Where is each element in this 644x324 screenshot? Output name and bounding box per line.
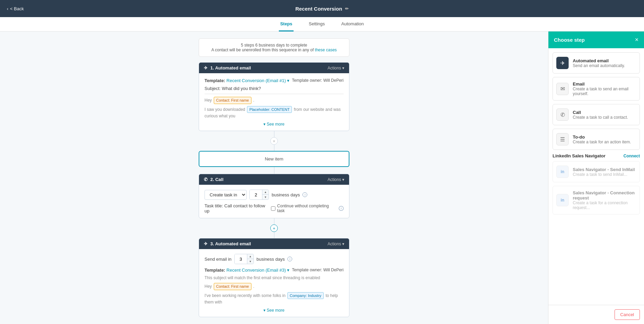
panel-header: Choose step × (548, 31, 644, 48)
days-increment[interactable]: ▲ (262, 190, 269, 195)
linkedin-connect-link[interactable]: Connect (623, 154, 640, 158)
step2-phone-icon: ✆ (204, 177, 208, 182)
step3-actions-button[interactable]: Actions ▾ (327, 242, 344, 246)
call-title: Call (573, 110, 628, 115)
connector-3: + (270, 218, 278, 238)
step3-firstname-token: Contact: First name (214, 283, 251, 290)
step3-see-more[interactable]: ▾See more (205, 308, 344, 313)
step2-timing-row: Create task in 2 ▲ ▼ business days i (205, 190, 344, 200)
todo-subtitle: Create a task for an action item. (573, 140, 631, 144)
email-title: Email (573, 81, 636, 87)
step3-industry-token: Company: Industry (287, 292, 324, 299)
step1-plane-icon: ✈ (204, 65, 208, 70)
option-call[interactable]: ✆ Call Create a task to call a contact. (553, 104, 640, 125)
step2-task-row: Task title: Call contact to follow up Co… (205, 203, 344, 213)
step3-days-stepper[interactable]: 3 ▲ ▼ (234, 254, 254, 264)
new-item-box[interactable]: New item (199, 151, 349, 167)
linkedin-connect-subtitle: Create a task for a connection request..… (573, 200, 636, 210)
linkedin-inmail-icon: in (556, 166, 569, 178)
email-icon: ✉ (556, 83, 569, 95)
step-3-body: Send email in 3 ▲ ▼ business days i Temp… (199, 249, 349, 317)
summary-bar: 5 steps 6 business days to complete A co… (199, 38, 349, 57)
step3-body-text: Hey Contact: First name . I've been work… (205, 283, 344, 305)
summary-subtitle: A contact will be unenrolled from this s… (206, 48, 342, 52)
business-days-info-icon[interactable]: i (302, 192, 307, 197)
step-3-card: ✈ 3. Automated email Actions ▾ Send emai… (199, 238, 349, 317)
threading-note: This subject will match the first email … (205, 275, 344, 280)
step1-see-more[interactable]: ▾See more (205, 122, 344, 127)
tab-automation[interactable]: Automation (340, 17, 365, 31)
step1-subject-row: Subject: What did you think? (205, 86, 344, 94)
step-2-header: ✆ 2. Call Actions ▾ (199, 174, 349, 185)
step1-content-token: Placeholder: CONTENT (247, 106, 292, 113)
step3-days-input[interactable]: 3 (235, 254, 247, 264)
panel-close-button[interactable]: × (635, 36, 639, 43)
continue-label: Continue without completing task (277, 204, 337, 213)
step2-title: 2. Call (210, 177, 223, 182)
days-stepper[interactable]: 2 ▲ ▼ (249, 190, 269, 200)
option-todo[interactable]: ☰ To-do Create a task for an action item… (553, 129, 640, 150)
tab-settings[interactable]: Settings (307, 17, 326, 31)
step3-template-row: Template: Recent Conversion (Email #3) T… (205, 268, 344, 273)
step1-template-row: Template: Recent Conversion (Email #1) T… (205, 78, 344, 83)
step1-body-text: Hey Contact: First name . I saw you down… (205, 97, 344, 119)
panel-body: ✈ Automated email Send an email automati… (548, 48, 644, 305)
days-input[interactable]: 2 (250, 190, 262, 199)
step3-info-icon[interactable]: i (287, 257, 292, 261)
step-2-body: Create task in 2 ▲ ▼ business days i Tas… (199, 185, 349, 218)
linkedin-connect-icon: in (556, 194, 569, 206)
step3-title: 3. Automated email (210, 241, 251, 246)
option-linkedin-connect: in Sales Navigator - Connection request … (553, 186, 640, 215)
option-linkedin-inmail: in Sales Navigator - Send InMail Create … (553, 161, 640, 182)
step-1-header: ✈ 1. Automated email Actions ▾ (199, 63, 349, 73)
create-task-in-select[interactable]: Create task in (205, 190, 247, 200)
step-1-body: Template: Recent Conversion (Email #1) T… (199, 73, 349, 131)
step1-template-link[interactable]: Recent Conversion (Email #1) (226, 78, 289, 83)
back-button[interactable]: ‹ < Back (7, 6, 24, 11)
todo-title: To-do (573, 134, 631, 140)
step3-days-increment[interactable]: ▲ (247, 254, 253, 259)
option-email[interactable]: ✉ Email Create a task to send an email y… (553, 77, 640, 101)
steps-content: 5 steps 6 business days to complete A co… (0, 31, 548, 324)
call-subtitle: Create a task to call a contact. (573, 115, 628, 120)
tab-steps[interactable]: Steps (279, 17, 294, 31)
step3-days-decrement[interactable]: ▼ (247, 259, 253, 264)
continue-checkbox[interactable] (271, 206, 275, 211)
linkedin-inmail-subtitle: Create a task to send InMail... (573, 172, 635, 177)
step3-business-days-label: business days (257, 257, 285, 262)
step-3-header: ✈ 3. Automated email Actions ▾ (199, 238, 349, 249)
todo-icon: ☰ (556, 133, 569, 145)
step-1-card: ✈ 1. Automated email Actions ▾ Template:… (199, 62, 349, 131)
continue-check: Continue without completing task i (271, 204, 344, 213)
panel-title: Choose step (554, 37, 585, 43)
business-days-label: business days (272, 192, 300, 197)
linkedin-section-header: LinkedIn Sales Navigator Connect (553, 153, 640, 158)
step3-template-link[interactable]: Recent Conversion (Email #3) (226, 268, 289, 273)
summary-title: 5 steps 6 business days to complete (206, 43, 342, 48)
back-label: < Back (10, 6, 24, 11)
main-container: 5 steps 6 business days to complete A co… (0, 31, 644, 324)
edit-title-icon[interactable]: ✏ (345, 6, 349, 11)
top-nav: ‹ < Back Recent Conversion ✏ (0, 0, 644, 17)
add-step-button[interactable]: + (270, 224, 278, 232)
email-subtitle: Create a task to send an email yourself. (573, 87, 636, 96)
step3-plane-icon: ✈ (204, 241, 208, 246)
page-title: Recent Conversion ✏ (295, 6, 349, 12)
automated-email-title: Automated email (573, 58, 625, 63)
days-decrement[interactable]: ▼ (262, 195, 269, 199)
step3-timing-row: Send email in 3 ▲ ▼ business days i (205, 254, 344, 264)
linkedin-connect-title: Sales Navigator - Connection request (573, 190, 636, 200)
step2-actions-button[interactable]: Actions ▾ (327, 177, 344, 182)
step-2-card: ✆ 2. Call Actions ▾ Create task in 2 ▲ (199, 174, 349, 218)
step1-firstname-token: Contact: First name (214, 97, 251, 104)
remove-step-button[interactable]: × (270, 137, 278, 145)
continue-info-icon[interactable]: i (339, 206, 344, 211)
panel-footer: Cancel (548, 305, 644, 324)
option-automated-email[interactable]: ✈ Automated email Send an email automati… (553, 52, 640, 74)
cancel-button[interactable]: Cancel (615, 309, 640, 320)
step1-title: 1. Automated email (210, 65, 251, 70)
step1-actions-button[interactable]: Actions ▾ (327, 66, 344, 70)
these-cases-link[interactable]: these cases (315, 48, 337, 52)
tabs-bar: Steps Settings Automation (0, 17, 644, 31)
connector-2 (274, 167, 274, 174)
